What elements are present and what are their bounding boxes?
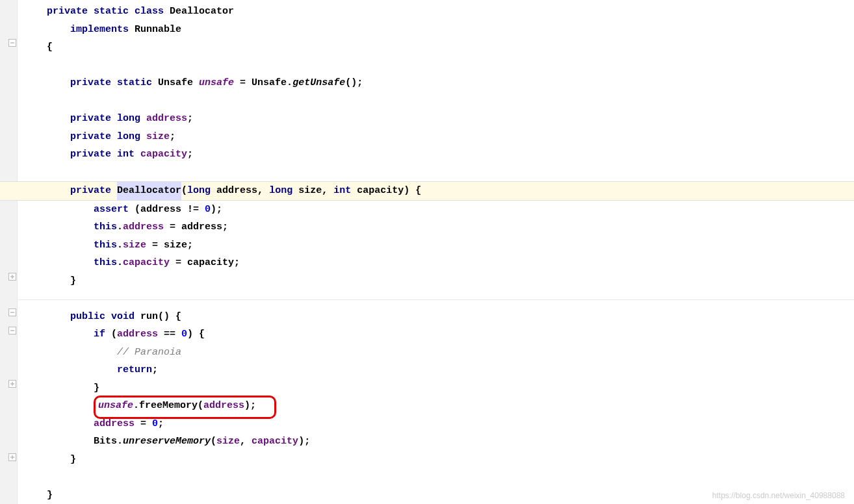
code-line: this.size = size; [18,236,854,255]
fold-icon[interactable] [8,380,16,388]
code-line: public void run() { [18,308,854,326]
fold-icon[interactable] [8,273,16,281]
code-line: private static Unsafe unsafe = Unsafe.ge… [18,74,854,92]
code-line: implements Runnable [18,21,854,39]
code-line: } [18,272,854,290]
code-line: Bits.unreserveMemory(size, capacity); [18,433,854,451]
watermark-text: https://blog.csdn.net/weixin_40988088 [712,491,845,500]
method-separator [18,299,854,300]
fold-icon[interactable] [8,453,16,461]
code-line [18,164,854,182]
editor-gutter [0,0,18,504]
code-line: this.address = address; [18,218,854,236]
code-line: // Paranoia [18,344,854,362]
code-line: private static class Deallocator [18,3,854,21]
code-editor[interactable]: private static class Deallocator impleme… [18,0,854,504]
code-line: } [18,451,854,469]
code-line [18,290,854,308]
code-line: return; [18,361,854,379]
fold-icon[interactable] [8,309,16,316]
code-line: { [18,38,854,57]
code-line: private long address; [18,110,854,128]
code-line [18,468,854,486]
code-line: private long size; [18,128,854,146]
code-line: assert (address != 0); [18,201,854,219]
code-line [18,92,854,110]
code-line: if (address == 0) { [18,325,854,344]
code-line: address = 0; [18,415,854,433]
code-line-annotated: unsafe.freeMemory(address); [18,397,854,415]
code-line: this.capacity = capacity; [18,254,854,272]
fold-icon[interactable] [8,39,16,47]
code-line-highlight: private Deallocator(long address, long s… [0,181,854,201]
code-line [18,57,854,75]
code-line: } [18,379,854,397]
fold-icon[interactable] [8,327,16,334]
code-line: private int capacity; [18,145,854,164]
